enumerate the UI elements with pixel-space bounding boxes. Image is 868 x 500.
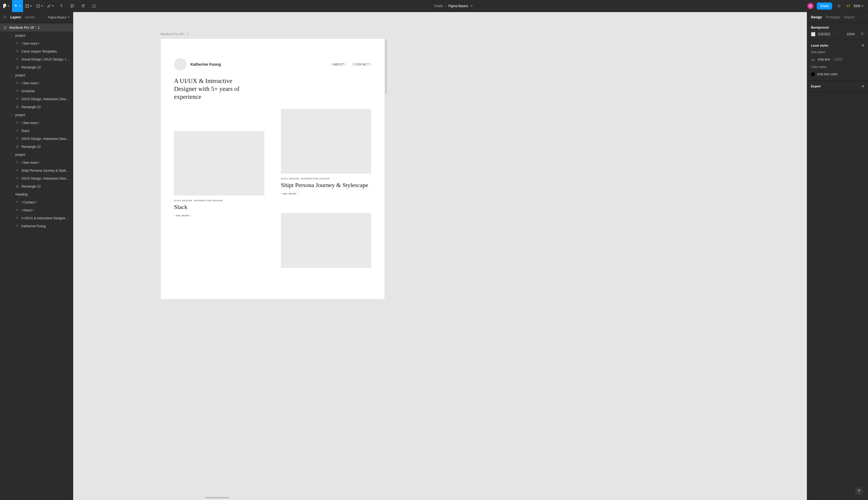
projects-grid: UI/UX DESIGN, INTERACTION DESIGN Shipt P… — [161, 131, 385, 217]
svg-rect-12 — [16, 185, 18, 187]
svg-rect-0 — [37, 5, 39, 7]
layer-label: project — [15, 34, 25, 37]
group-icon — [9, 153, 13, 157]
layer-row[interactable]: project — [0, 111, 73, 119]
color-style-name: chat text color — [817, 72, 837, 76]
rectangle-icon — [36, 4, 40, 8]
layer-row[interactable]: Heading — [0, 190, 73, 198]
chevron-down-icon — [19, 5, 21, 7]
background-hex[interactable]: E5E5E5 — [818, 32, 830, 36]
comment-icon — [92, 4, 97, 8]
canvas-vscrollbar[interactable] — [385, 39, 387, 94]
move-tool-button[interactable] — [12, 0, 23, 12]
page-selector[interactable]: Figma Basics — [48, 15, 70, 19]
tab-design[interactable]: Design — [811, 15, 822, 19]
layer-label: / About / — [21, 208, 33, 212]
color-style-row[interactable]: chat text color — [811, 71, 864, 77]
layer-label: GrubHub — [21, 89, 35, 93]
chevron-down-icon — [67, 16, 70, 18]
export-section: Export + — [807, 81, 868, 92]
tab-layers[interactable]: Layers — [10, 15, 21, 19]
breadcrumb-root[interactable]: Drafts — [434, 4, 443, 8]
layer-label: Rectangle 22 — [21, 66, 41, 69]
add-export-button[interactable]: + — [862, 84, 864, 89]
layer-label: A UI/UX & Interactive Designer wit... — [21, 216, 70, 220]
canvas[interactable]: MacBook Pro 16" - 1 Katherine Foong / AB… — [73, 12, 807, 500]
layer-row[interactable]: project — [0, 71, 73, 79]
rect-icon — [15, 145, 19, 149]
group-icon — [9, 113, 13, 117]
user-avatar[interactable]: K — [808, 3, 813, 9]
text-icon — [15, 216, 19, 220]
tab-inspect[interactable]: Inspect — [844, 15, 854, 19]
help-button[interactable]: ? — [855, 487, 863, 495]
artboard[interactable]: Katherine Foong / ABOUT / / CONTACT / A … — [161, 39, 385, 299]
text-style-row[interactable]: Ag chat text · 13/18 — [811, 56, 864, 62]
layer-row[interactable]: Rectangle 22 — [0, 182, 73, 190]
nav-about: / ABOUT / — [332, 63, 346, 66]
rect-icon — [15, 66, 19, 69]
background-swatch[interactable] — [811, 32, 815, 36]
missing-fonts-button[interactable]: A? — [846, 4, 850, 8]
background-opacity[interactable]: 100% — [846, 32, 855, 36]
layer-row[interactable]: MacBook Pro 16" - 1 — [0, 24, 73, 32]
text-icon — [15, 81, 19, 85]
layer-row[interactable]: Ceros Inspire Templates — [0, 47, 73, 55]
comment-tool-button[interactable] — [89, 0, 100, 12]
svg-rect-5 — [10, 34, 13, 37]
layer-label: Katherine Foong — [21, 224, 46, 228]
layer-row[interactable]: / See more / — [0, 159, 73, 167]
breadcrumb-current[interactable]: Figma Basics — [448, 4, 468, 8]
layer-row[interactable]: / See more / — [0, 79, 73, 87]
text-tool-button[interactable] — [56, 0, 67, 12]
tab-assets[interactable]: Assets — [25, 15, 35, 19]
share-button[interactable]: Share — [817, 2, 832, 10]
visibility-toggle[interactable] — [860, 32, 864, 36]
svg-rect-1 — [71, 4, 72, 5]
svg-point-4 — [4, 16, 6, 18]
chevron-down-icon[interactable] — [470, 5, 473, 8]
layer-row[interactable]: Rectangle 22 — [0, 103, 73, 111]
layer-row[interactable]: project — [0, 151, 73, 159]
canvas-hscrollbar[interactable] — [205, 497, 229, 498]
layer-row[interactable]: UI/UX Design, Interaction Design — [0, 95, 73, 103]
text-icon — [15, 177, 19, 180]
layer-row[interactable]: Rectangle 22 — [0, 143, 73, 151]
frame-tool-button[interactable] — [23, 0, 34, 12]
layer-row[interactable]: GrubHub — [0, 87, 73, 95]
layer-row[interactable]: A UI/UX & Interactive Designer wit... — [0, 214, 73, 222]
project-see-more: / SEE MORE / — [281, 193, 371, 195]
layer-row[interactable]: / About / — [0, 206, 73, 214]
text-icon — [15, 169, 19, 172]
resources-button[interactable] — [67, 0, 78, 12]
layer-row[interactable]: Slack — [0, 127, 73, 135]
figma-menu-button[interactable] — [0, 0, 12, 12]
search-icon[interactable] — [3, 15, 7, 19]
local-styles-section: Local styles + Text styles Ag chat text … — [807, 40, 868, 81]
layer-row[interactable]: Rectangle 22 — [0, 63, 73, 71]
add-style-button[interactable]: + — [862, 43, 864, 48]
frame-label[interactable]: MacBook Pro 16" - 1 — [161, 32, 189, 37]
layer-row[interactable]: / Contact / — [0, 198, 73, 206]
nav-contact: / CONTACT / — [352, 63, 371, 66]
layer-row[interactable]: UI/UX Design, Interaction Design — [0, 174, 73, 182]
layer-row[interactable]: UI/UX Design, Interaction Design — [0, 135, 73, 143]
present-button[interactable] — [835, 2, 843, 10]
hand-tool-button[interactable] — [78, 0, 89, 12]
layer-row[interactable]: Visual Design, UI/UX Design, Inter... — [0, 55, 73, 63]
layer-row[interactable]: Katherine Foong — [0, 222, 73, 230]
zoom-selector[interactable]: 51% — [854, 4, 864, 8]
layer-row[interactable]: project — [0, 32, 73, 39]
text-icon — [15, 121, 19, 125]
layer-row[interactable]: Shipt Persona Journey & Stylescape — [0, 167, 73, 174]
project-category: UI/UX DESIGN, INTERACTION DESIGN — [281, 178, 371, 180]
pen-tool-button[interactable] — [45, 0, 56, 12]
toolbar-left — [0, 0, 100, 12]
shape-tool-button[interactable] — [34, 0, 45, 12]
tab-prototype[interactable]: Prototype — [826, 15, 840, 19]
layer-row[interactable]: / See more / — [0, 119, 73, 127]
text-icon — [15, 42, 19, 45]
layer-row[interactable]: / See more / — [0, 39, 73, 47]
portfolio-headline: A UI/UX & Interactive Designer with 5+ y… — [161, 71, 268, 101]
color-styles-heading: Color styles — [811, 65, 864, 68]
